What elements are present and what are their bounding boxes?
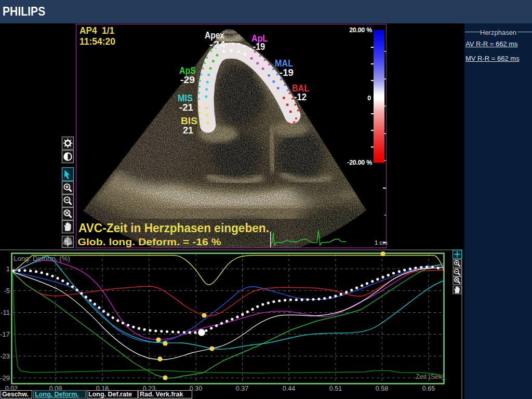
svg-text:0.44: 0.44: [283, 385, 295, 392]
svg-text:1: 1: [6, 265, 10, 273]
svg-text:Glob. long. Deform. = -16 %: Glob. long. Deform. = -16 %: [78, 236, 221, 247]
svg-text:-29: -29: [180, 75, 195, 85]
svg-text:MIS: MIS: [178, 93, 193, 103]
svg-text:0.58: 0.58: [376, 385, 388, 392]
svg-text:-12: -12: [294, 92, 307, 102]
svg-text:11:54:20: 11:54:20: [79, 36, 115, 47]
svg-text:AP4 1/1: AP4 1/1: [79, 25, 114, 36]
svg-text:0.65: 0.65: [422, 385, 435, 392]
svg-text:ApS: ApS: [179, 65, 196, 76]
svg-text:-11: -11: [1, 309, 10, 316]
svg-text:-5: -5: [4, 287, 10, 295]
svg-text:-23: -23: [0, 352, 10, 360]
svg-text:21: 21: [183, 125, 193, 136]
svg-text:0.37: 0.37: [236, 385, 248, 392]
svg-text:-19: -19: [280, 68, 294, 78]
svg-text:-29: -29: [0, 374, 10, 382]
svg-text:-19: -19: [253, 42, 265, 52]
svg-text:1 cm: 1 cm: [375, 240, 388, 246]
svg-text:AVC-Zeit in Herzphasen eingebe: AVC-Zeit in Herzphasen eingeben.: [78, 221, 269, 235]
svg-text:-21: -21: [179, 102, 193, 113]
svg-text:0.51: 0.51: [329, 385, 342, 392]
svg-text:Apex: Apex: [205, 30, 224, 41]
svg-text:-24: -24: [209, 39, 225, 50]
svg-text:-17: -17: [0, 330, 10, 338]
svg-text:BIS: BIS: [181, 116, 197, 126]
svg-text:MAL: MAL: [275, 58, 293, 69]
